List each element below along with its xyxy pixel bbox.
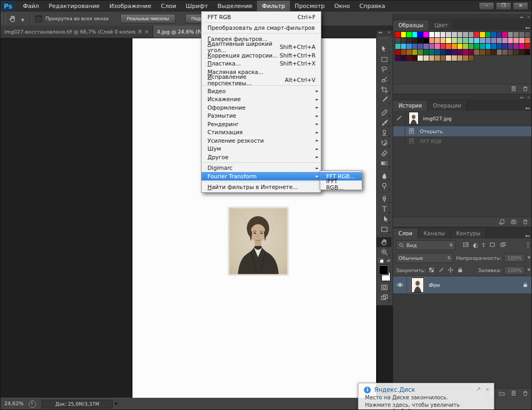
color-swatch[interactable] — [406, 55, 412, 61]
color-swatch[interactable] — [423, 55, 429, 61]
panel-menu-icon[interactable]: ▾≡ — [522, 106, 532, 111]
color-swatch[interactable] — [525, 32, 530, 37]
filter-menu-item[interactable]: Коррекция дисторсии...Shift+Ctrl+R — [202, 51, 321, 60]
color-swatch[interactable] — [469, 44, 474, 49]
history-brush-tool[interactable] — [377, 138, 392, 148]
lock-position-icon[interactable] — [447, 265, 454, 275]
filter-shape-layers-icon[interactable] — [489, 240, 496, 250]
color-swatch[interactable] — [423, 32, 429, 37]
color-swatch[interactable] — [469, 50, 474, 55]
color-swatch[interactable] — [513, 50, 519, 55]
options-hand-icon[interactable] — [9, 13, 21, 24]
foreground-color-chip[interactable] — [379, 265, 388, 275]
color-swatch[interactable] — [513, 32, 519, 37]
color-swatch[interactable] — [446, 55, 451, 61]
color-swatch[interactable] — [406, 32, 412, 37]
delete-state-icon[interactable] — [522, 217, 529, 227]
canvas-area[interactable] — [1, 38, 393, 398]
panels-close-icon[interactable]: × — [527, 15, 530, 19]
filter-menu-item[interactable]: FFT RGBCtrl+F — [202, 13, 321, 21]
menubar-item-Файл[interactable]: Файл — [18, 1, 44, 12]
path-selection-tool[interactable] — [377, 214, 392, 224]
color-swatch[interactable] — [469, 32, 474, 37]
color-swatch[interactable] — [508, 44, 513, 49]
new-layer-icon[interactable] — [510, 389, 517, 399]
tab-close-icon[interactable]: × — [145, 29, 149, 35]
color-swatch[interactable] — [463, 55, 468, 61]
color-swatch[interactable] — [435, 50, 440, 55]
close-button[interactable]: × — [513, 2, 528, 10]
lasso-tool[interactable] — [377, 64, 392, 75]
color-swatch[interactable] — [395, 38, 401, 43]
menubar-item-Слои[interactable]: Слои — [156, 1, 181, 12]
color-swatch[interactable] — [418, 32, 423, 37]
color-swatch[interactable] — [452, 32, 457, 37]
color-swatch[interactable] — [480, 44, 485, 49]
color-swatch[interactable] — [463, 50, 468, 55]
history-state[interactable]: Открыть — [393, 126, 532, 136]
color-swatch[interactable] — [458, 55, 463, 61]
crop-tool[interactable] — [377, 85, 392, 95]
color-swatch[interactable] — [491, 44, 496, 49]
layers-tab-Контуры[interactable]: Контуры — [451, 228, 486, 239]
color-swatch[interactable] — [401, 32, 406, 37]
color-swatch[interactable] — [435, 44, 440, 49]
color-swatch[interactable] — [452, 38, 457, 43]
filter-menu-item[interactable]: Оформление► — [202, 103, 321, 112]
color-swatch[interactable] — [406, 38, 412, 43]
color-swatch[interactable] — [412, 38, 418, 43]
dodge-tool[interactable] — [377, 181, 392, 191]
color-swatch[interactable] — [463, 32, 468, 37]
tools-panel-grip[interactable] — [380, 38, 389, 43]
color-swatch[interactable] — [446, 32, 451, 37]
filter-menu-item[interactable]: Усиление резкости► — [202, 136, 321, 145]
color-swatch[interactable] — [458, 44, 463, 49]
layers-tab-Каналы[interactable]: Каналы — [418, 228, 451, 239]
color-swatch[interactable] — [429, 55, 435, 61]
filter-menu-item[interactable]: Рендеринг► — [202, 120, 321, 128]
new-document-from-state-icon[interactable] — [498, 217, 505, 227]
filter-menu-item[interactable]: Digimarc► — [202, 164, 321, 173]
color-swatch[interactable] — [446, 50, 451, 55]
opacity-value[interactable]: 100% — [504, 253, 525, 263]
notification-title[interactable]: Яндекс.Диск — [374, 386, 415, 393]
color-swatch[interactable] — [513, 44, 519, 49]
history-tab-Операции[interactable]: Операции — [428, 101, 467, 111]
color-swatch[interactable] — [502, 44, 508, 49]
notification-line2[interactable]: Нажмите здесь, чтобы увеличить доступный… — [365, 402, 489, 410]
color-swatch[interactable] — [458, 32, 463, 37]
document-sizes[interactable]: Док: 25,6M/3,37M — [41, 400, 113, 408]
blur-tool[interactable] — [377, 171, 392, 181]
eyedropper-tool[interactable] — [377, 95, 392, 105]
filter-menu-item[interactable]: Стилизация► — [202, 128, 321, 137]
color-swatch[interactable] — [497, 44, 502, 49]
type-tool[interactable]: T — [377, 204, 392, 214]
pen-tool[interactable] — [377, 194, 392, 204]
color-swatch[interactable] — [446, 38, 451, 43]
color-swatch[interactable] — [486, 32, 491, 37]
history-snapshot-row[interactable]: img027.jpg — [393, 111, 532, 126]
color-swatch[interactable] — [452, 50, 457, 55]
color-swatch[interactable] — [463, 44, 468, 49]
rectangle-shape-tool[interactable] — [377, 224, 392, 234]
restore-button[interactable]: ❐ — [496, 2, 511, 10]
lock-transparent-pixels-icon[interactable] — [428, 265, 435, 275]
color-swatch[interactable] — [525, 38, 530, 43]
menubar-item-Редактирование[interactable]: Редактирование — [44, 1, 104, 12]
blend-mode-combo[interactable]: Обычные ⇅ — [396, 253, 453, 263]
options-bar-grip[interactable] — [2, 14, 6, 23]
color-swatch[interactable] — [401, 38, 406, 43]
color-swatch[interactable] — [429, 38, 435, 43]
clone-stamp-tool[interactable] — [377, 128, 392, 138]
color-swatch[interactable] — [480, 38, 485, 43]
color-swatch[interactable] — [423, 44, 429, 49]
color-swatch[interactable] — [491, 50, 496, 55]
color-swatch[interactable] — [497, 50, 502, 55]
quick-selection-tool[interactable] — [377, 75, 392, 85]
minimize-button[interactable]: – — [479, 2, 494, 10]
color-swatch[interactable] — [395, 32, 401, 37]
color-swatch[interactable] — [440, 55, 446, 61]
color-swatch[interactable] — [474, 32, 479, 37]
menubar-item-Шрифт[interactable]: Шрифт — [181, 1, 213, 12]
fft-submenu-item[interactable]: IFFT RGB... — [320, 181, 362, 189]
